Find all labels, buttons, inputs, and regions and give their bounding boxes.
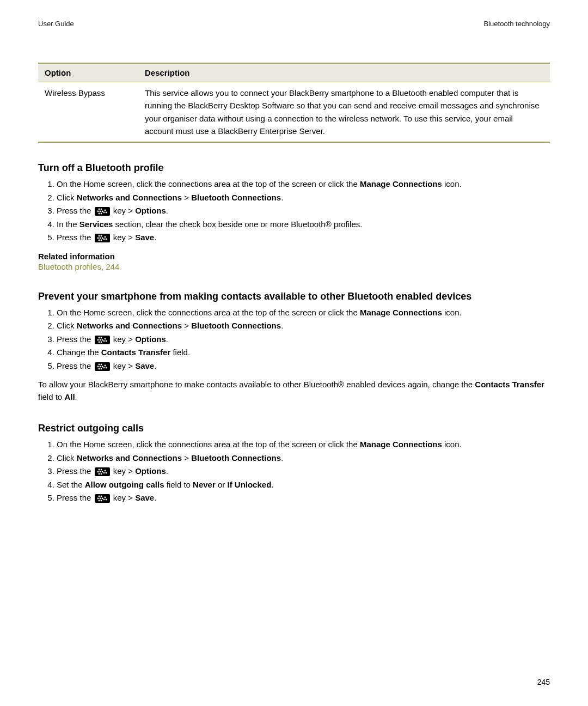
list-item: Press the key > Save. <box>57 492 550 504</box>
menu-key-icon <box>95 494 110 503</box>
list-item: Press the key > Options. <box>57 333 550 346</box>
cell-option: Wireless Bypass <box>38 82 138 143</box>
list-item: Click Networks and Connections > Bluetoo… <box>57 192 550 204</box>
list-item: Change the Contacts Transfer field. <box>57 346 550 359</box>
list-item: On the Home screen, click the connection… <box>57 178 550 191</box>
header-left: User Guide <box>38 20 74 28</box>
list-item: On the Home screen, click the connection… <box>57 439 550 451</box>
list-item: Press the key > Options. <box>57 205 550 217</box>
th-option: Option <box>38 63 138 82</box>
list-item: Set the Allow outgoing calls field to Ne… <box>57 479 550 491</box>
related-info-heading: Related information <box>38 252 550 261</box>
paragraph: To allow your BlackBerry smartphone to m… <box>38 379 550 403</box>
steps-prevent-contacts: On the Home screen, click the connection… <box>38 307 550 373</box>
document-page: User Guide Bluetooth technology Option D… <box>0 0 588 706</box>
list-item: Click Networks and Connections > Bluetoo… <box>57 320 550 332</box>
section-title-prevent-contacts: Prevent your smartphone from making cont… <box>38 291 550 302</box>
options-table: Option Description Wireless Bypass This … <box>38 63 550 143</box>
list-item: In the Services section, clear the check… <box>57 218 550 231</box>
list-item: Press the key > Save. <box>57 232 550 244</box>
menu-key-icon <box>95 467 110 476</box>
list-item: On the Home screen, click the connection… <box>57 307 550 319</box>
table-row: Wireless Bypass This service allows you … <box>38 82 550 143</box>
section-title-restrict-calls: Restrict outgoing calls <box>38 423 550 434</box>
menu-key-icon <box>95 336 110 344</box>
menu-key-icon <box>95 362 110 371</box>
menu-key-icon <box>95 234 110 242</box>
th-description: Description <box>138 63 550 82</box>
list-item: Press the key > Save. <box>57 360 550 373</box>
section-title-turn-off-profile: Turn off a Bluetooth profile <box>38 162 550 174</box>
header-right: Bluetooth technology <box>484 20 550 28</box>
menu-key-icon <box>95 207 110 216</box>
steps-turn-off-profile: On the Home screen, click the connection… <box>38 178 550 244</box>
page-header: User Guide Bluetooth technology <box>38 20 550 28</box>
list-item: Click Networks and Connections > Bluetoo… <box>57 452 550 465</box>
related-link-bluetooth-profiles[interactable]: Bluetooth profiles, 244 <box>38 262 119 271</box>
page-number: 245 <box>537 678 550 686</box>
list-item: Press the key > Options. <box>57 465 550 478</box>
steps-restrict-calls: On the Home screen, click the connection… <box>38 439 550 504</box>
cell-description: This service allows you to connect your … <box>138 82 550 143</box>
